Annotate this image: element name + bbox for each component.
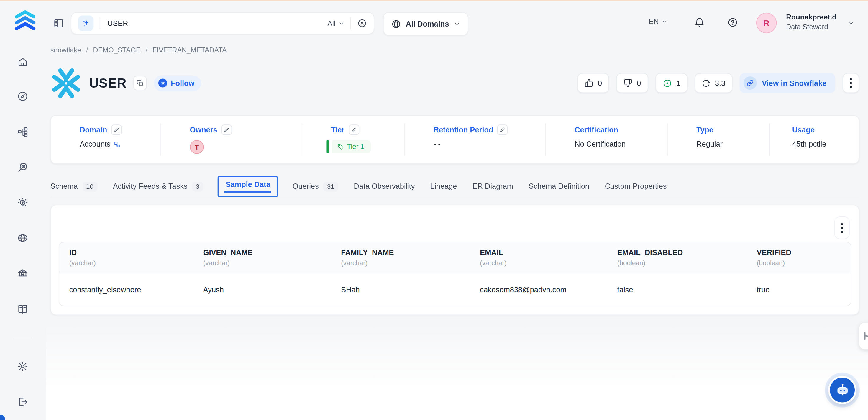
tab-schema-definition[interactable]: Schema Definition xyxy=(529,182,589,190)
view-in-snowflake-button[interactable]: View in Snowflake xyxy=(740,73,835,93)
domain-value[interactable]: Accounts xyxy=(80,140,110,148)
search-input[interactable] xyxy=(106,19,328,28)
owner-avatar[interactable]: T xyxy=(190,140,204,154)
tier-label[interactable]: Tier xyxy=(331,125,344,133)
breadcrumb-schema[interactable]: FIVETRAN_METADATA xyxy=(153,47,227,54)
upvote-count: 0 xyxy=(598,79,602,87)
usage-value: 45th pctile xyxy=(792,140,827,148)
notifications-button[interactable] xyxy=(694,17,705,28)
language-select[interactable]: EN xyxy=(649,17,667,25)
lightbulb-icon xyxy=(17,197,28,208)
compass-icon xyxy=(17,91,28,102)
view-in-snowflake-label: View in Snowflake xyxy=(762,79,827,87)
retention-label[interactable]: Retention Period xyxy=(434,125,493,133)
column-name: FAMILY_NAME xyxy=(341,249,470,257)
column-header-id[interactable]: ID(varchar) xyxy=(59,242,193,273)
sidebar-item-insights[interactable] xyxy=(17,197,28,208)
pencil-icon xyxy=(223,126,229,133)
cell-given-name: Ayush xyxy=(193,286,331,294)
breadcrumb-connection[interactable]: snowflake xyxy=(51,47,81,54)
hierarchy-icon xyxy=(17,126,28,138)
chevron-down-icon xyxy=(661,19,667,24)
bell-icon xyxy=(694,17,705,28)
type-value: Regular xyxy=(696,140,722,148)
asset-more-actions-button[interactable] xyxy=(843,73,859,93)
sidebar-item-logout[interactable] xyxy=(17,396,28,408)
search-scope-value: All xyxy=(328,19,335,27)
tab-label: ER Diagram xyxy=(472,182,513,190)
sidebar-item-governance[interactable] xyxy=(17,268,28,279)
tab-schema[interactable]: Schema10 xyxy=(51,181,97,191)
kebab-icon xyxy=(850,78,852,88)
tab-sample-data[interactable]: Sample Data xyxy=(218,176,278,197)
edit-retention-button[interactable] xyxy=(497,124,508,135)
column-header-verified[interactable]: VERIFIED(boolean) xyxy=(747,242,851,273)
bank-icon xyxy=(17,268,28,279)
atlan-logo[interactable] xyxy=(12,9,38,36)
cell-family-name: SHah xyxy=(331,286,470,294)
follow-button[interactable]: ★ Follow xyxy=(154,75,201,91)
atlan-logo-icon xyxy=(12,9,38,36)
tab-custom-properties[interactable]: Custom Properties xyxy=(605,182,667,190)
global-search-bar[interactable]: All xyxy=(71,12,374,34)
sidebar xyxy=(0,0,46,420)
sidebar-item-profiler[interactable] xyxy=(17,162,28,173)
tab-data-observability[interactable]: Data Observability xyxy=(354,182,415,190)
tab-lineage[interactable]: Lineage xyxy=(430,182,457,190)
help-button[interactable] xyxy=(727,17,738,28)
type-label[interactable]: Type xyxy=(696,125,713,133)
sidebar-item-glossary[interactable] xyxy=(17,303,28,315)
column-header-email[interactable]: EMAIL(varchar) xyxy=(470,242,607,273)
edit-owners-button[interactable] xyxy=(221,124,232,135)
chevron-down-icon xyxy=(338,20,344,27)
bottom-fade xyxy=(46,320,868,420)
certification-label[interactable]: Certification xyxy=(575,125,618,133)
tab-label: Queries xyxy=(292,182,319,190)
user-name: Rounakpreet.d xyxy=(786,13,836,20)
user-menu[interactable]: Rounakpreet.d Data Steward xyxy=(786,13,836,31)
all-domains-button[interactable]: All Domains xyxy=(383,12,468,35)
tab-queries[interactable]: Queries31 xyxy=(292,181,338,191)
chat-assistant-button[interactable] xyxy=(828,376,857,404)
usage-label[interactable]: Usage xyxy=(792,125,815,133)
user-menu-chevron[interactable] xyxy=(848,20,855,27)
breadcrumb-database[interactable]: DEMO_STAGE xyxy=(93,47,141,54)
table-row[interactable]: constantly_elsewhere Ayush SHah cakosom8… xyxy=(59,273,851,305)
column-type: (varchar) xyxy=(480,259,607,267)
tab-label: Schema Definition xyxy=(529,182,589,190)
edit-domain-button[interactable] xyxy=(111,124,122,135)
feedback-widget-button[interactable] xyxy=(859,323,868,349)
owners-label[interactable]: Owners xyxy=(190,125,217,133)
edit-tier-button[interactable] xyxy=(349,124,359,135)
language-value: EN xyxy=(649,17,659,25)
search-divider xyxy=(100,17,100,29)
search-clear-button[interactable] xyxy=(357,18,367,28)
user-avatar[interactable]: R xyxy=(756,13,777,33)
sidebar-item-domains[interactable] xyxy=(17,233,28,244)
column-header-email-disabled[interactable]: EMAIL_DISABLED(boolean) xyxy=(607,242,747,273)
tier-badge[interactable]: Tier 1 xyxy=(332,140,371,153)
refresh-score-button[interactable]: 3.3 xyxy=(695,73,732,93)
domain-hierarchy-icon xyxy=(114,141,121,148)
refresh-icon xyxy=(702,79,711,87)
tab-activity-feeds-tasks[interactable]: Activity Feeds & Tasks3 xyxy=(113,181,204,191)
tab-er-diagram[interactable]: ER Diagram xyxy=(472,182,513,190)
copy-name-button[interactable] xyxy=(134,76,147,90)
tab-label: Sample Data xyxy=(226,180,271,188)
column-header-given-name[interactable]: GIVEN_NAME(varchar) xyxy=(193,242,331,273)
domain-label[interactable]: Domain xyxy=(80,125,107,133)
sidebar-item-discover[interactable] xyxy=(17,91,28,102)
chevron-down-icon xyxy=(454,21,460,27)
sample-data-more-button[interactable] xyxy=(834,216,850,239)
sidebar-item-settings[interactable] xyxy=(17,361,28,372)
search-scope-select[interactable]: All xyxy=(328,19,344,27)
tab-label: Schema xyxy=(51,182,78,190)
column-type: (boolean) xyxy=(617,259,747,267)
sidebar-toggle-button[interactable] xyxy=(53,18,64,29)
sidebar-item-products[interactable] xyxy=(17,126,28,138)
column-header-family-name[interactable]: FAMILY_NAME(varchar) xyxy=(331,242,470,273)
sidebar-item-home[interactable] xyxy=(17,56,28,67)
upvote-button[interactable]: 0 xyxy=(577,73,609,93)
watchers-button[interactable]: 1 xyxy=(655,73,688,93)
downvote-button[interactable]: 0 xyxy=(616,73,648,93)
